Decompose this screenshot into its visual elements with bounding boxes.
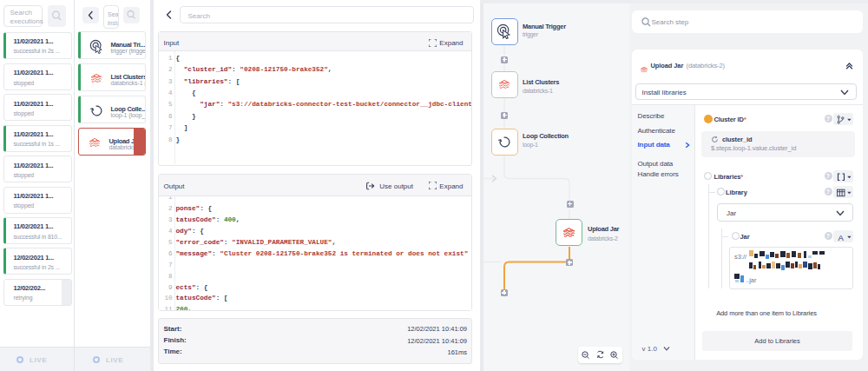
svg-text:s3://: s3:// <box>734 253 747 261</box>
svg-text:..jar: ..jar <box>746 276 757 284</box>
svg-text:A: A <box>838 232 845 242</box>
